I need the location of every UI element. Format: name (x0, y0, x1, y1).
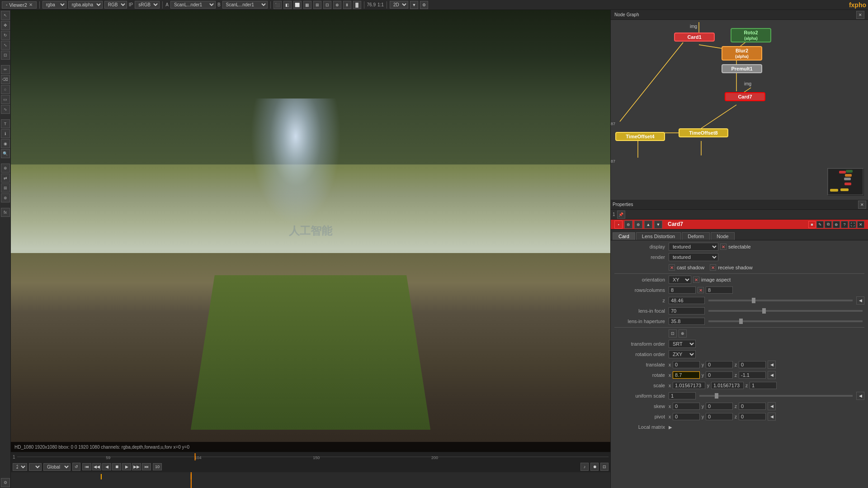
uniform-scale-slider[interactable] (699, 395, 853, 397)
tool-info[interactable]: ℹ (1, 129, 10, 138)
btn-next-frame[interactable]: ▶▶ (132, 463, 141, 470)
tool-circle[interactable]: ○ (1, 85, 10, 94)
z-slider[interactable] (708, 300, 853, 301)
view-options-btn[interactable]: ▼ (410, 1, 418, 9)
orientation-x[interactable]: ✕ (693, 277, 699, 283)
btn-jump[interactable]: 10 (153, 463, 162, 470)
props-copy2-btn[interactable]: ⧉ (825, 221, 832, 228)
tool-tracker[interactable]: ⊞ (1, 183, 10, 192)
orientation-select[interactable]: XYXZYZ (669, 276, 691, 284)
tool-roto[interactable]: ⊗ (1, 193, 10, 202)
tf-select[interactable]: TF (29, 463, 42, 471)
fps-select[interactable]: 242530 (13, 463, 27, 471)
overlay-btn[interactable]: ⊕ (333, 1, 341, 9)
tool-rect[interactable]: ▭ (1, 95, 10, 104)
loop-btn[interactable]: ↺ (72, 463, 80, 471)
rotate-y-input[interactable] (706, 371, 733, 379)
node-timeoffset4[interactable]: TimeOffset4 (615, 132, 665, 141)
node-graph-canvas[interactable]: img img Card1 Roto2(alpha) Blur2(alpha) … (611, 20, 868, 200)
btn-first-frame[interactable]: ⏮ (82, 463, 91, 470)
tool-node[interactable]: ⊕ (1, 164, 10, 173)
alpha-select[interactable]: rgba.alpha (68, 1, 103, 9)
skew-animate-btn[interactable]: ◀ (768, 402, 776, 410)
btn-last-frame[interactable]: ⏭ (142, 463, 151, 470)
transform-order-select[interactable]: SRTSTRRSTRTSTSRTRS (669, 340, 696, 348)
timeline-ruler[interactable]: 59 104 150 200 (17, 453, 609, 460)
props-edit-btn[interactable]: ✎ (816, 221, 824, 228)
input-a-select[interactable]: ScanL...nder1 (170, 1, 216, 9)
tool-fx[interactable]: fx (1, 208, 10, 217)
z-animate-btn[interactable]: ◀ (856, 296, 864, 305)
node-card7[interactable]: Card7 (725, 92, 765, 101)
props-copy-btn[interactable]: ⊕ (634, 221, 642, 229)
render-select[interactable]: texturedsolid (669, 253, 718, 261)
translate-y-input[interactable] (706, 361, 733, 368)
btn-prev-frame[interactable]: ◀ (102, 463, 111, 470)
pause-btn[interactable]: ⏸ (343, 1, 351, 9)
uniform-scale-input[interactable] (669, 392, 696, 399)
btn-stop[interactable]: ⏹ (112, 463, 121, 470)
props-node-icon[interactable]: ▪ (614, 221, 623, 229)
scale-y-input[interactable] (711, 382, 744, 389)
play-btn[interactable]: ▐▌ (353, 1, 361, 9)
settings-btn[interactable]: ⚙ (420, 1, 428, 9)
lens-haperture-thumb[interactable] (739, 319, 743, 324)
node-graph-close[interactable]: ✕ (856, 11, 864, 19)
mini-preview[interactable] (827, 168, 863, 195)
tool-bezier[interactable]: ∿ (1, 105, 10, 114)
node-premult1[interactable]: Premult1 (722, 64, 762, 73)
z-slider-thumb[interactable] (752, 298, 755, 303)
viewer2-tab[interactable]: ▪ Viewer2 ✕ (2, 1, 37, 9)
tool-erase[interactable]: ⌫ (1, 75, 10, 84)
z-input[interactable] (669, 297, 705, 304)
scale-x-input[interactable] (673, 382, 705, 389)
record-btn[interactable]: ⏺ (590, 463, 599, 471)
props-close2-btn[interactable]: ✕ (857, 221, 864, 228)
timeline-track[interactable] (11, 472, 610, 488)
tool-crop[interactable]: ⊡ (1, 51, 10, 60)
channel-select[interactable]: rgbargbalpha (42, 1, 66, 9)
tool-color[interactable]: ◉ (1, 139, 10, 148)
compare-btn[interactable]: ⬛ (274, 1, 282, 9)
pivot-z-input[interactable] (739, 413, 766, 420)
tool-scale[interactable]: ⤡ (1, 41, 10, 50)
node-timeoffset8[interactable]: TimeOffset8 (679, 128, 728, 137)
side-btn[interactable]: ⬜ (293, 1, 302, 9)
rotation-order-select[interactable]: ZXYXYZXZYYXZYZXZYX (669, 350, 696, 358)
tab-deform[interactable]: Deform (682, 232, 710, 240)
props-load-btn[interactable]: ⊛ (624, 221, 632, 229)
node-roto2[interactable]: Roto2(alpha) (731, 28, 771, 42)
receive-shadow-x[interactable]: ✕ (710, 264, 716, 271)
view-mode-select[interactable]: 2D3D (390, 1, 408, 9)
rows-x-input[interactable]: 8 (669, 286, 696, 294)
lens-haperture-slider[interactable] (708, 320, 863, 322)
rows-link-btn[interactable]: ✕ (698, 287, 704, 293)
props-help-btn[interactable]: ? (841, 221, 848, 228)
props-arrow-up-btn[interactable]: ▲ (644, 221, 652, 229)
btn-prev-key[interactable]: ◀◀ (92, 463, 101, 470)
properties-close[interactable]: ✕ (858, 201, 866, 209)
context-select[interactable]: Global (43, 463, 71, 471)
translate-animate-btn[interactable]: ◀ (768, 361, 776, 369)
tool-move[interactable]: ✥ (1, 21, 10, 30)
cache-btn[interactable]: ⊡ (600, 463, 609, 471)
props-arrow-dn-btn[interactable]: ▼ (654, 221, 662, 229)
tab-lens-distortion[interactable]: Lens Distortion (636, 232, 681, 240)
lens-focal-slider[interactable] (708, 310, 863, 312)
tool-rotate[interactable]: ↻ (1, 31, 10, 40)
input-b-select[interactable]: ScanL...nder1 (222, 1, 268, 9)
transform-copy-btn[interactable]: ⊕ (679, 329, 687, 338)
lens-focal-input[interactable] (669, 307, 705, 314)
audio-btn[interactable]: ♪ (580, 463, 589, 471)
props-expand-btn[interactable]: ⛶ (849, 221, 856, 228)
lens-haperture-input[interactable] (669, 318, 705, 325)
tool-zoom[interactable]: 🔍 (1, 149, 10, 158)
cast-shadow-x[interactable]: ✕ (669, 264, 675, 271)
rows-y-input[interactable]: 8 (706, 286, 733, 294)
node-card1[interactable]: Card1 (674, 33, 715, 42)
display-x-btn[interactable]: ✕ (720, 244, 726, 250)
skew-x-input[interactable] (673, 403, 700, 410)
safe-btn[interactable]: ⊡ (323, 1, 331, 9)
scale-z-input[interactable] (750, 382, 777, 389)
display-select[interactable]: texturedsolidwireframe (669, 243, 718, 251)
